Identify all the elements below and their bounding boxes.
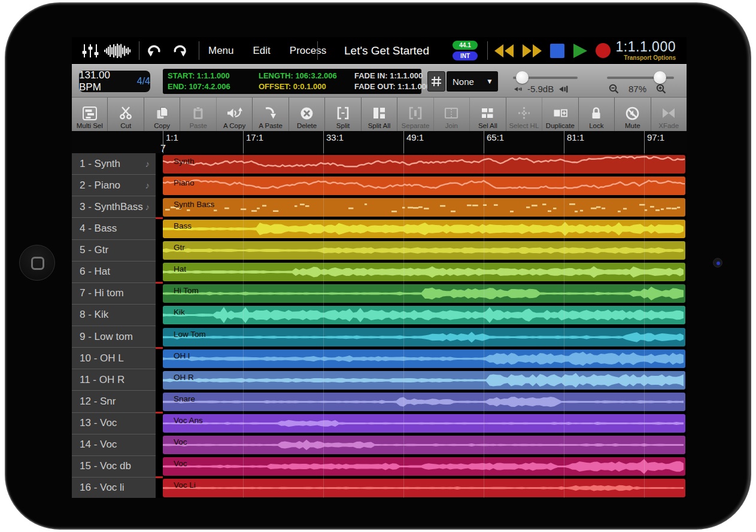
audio-region[interactable]: OH R [163, 371, 685, 390]
paste-button[interactable]: Paste [180, 98, 216, 131]
region-gain-slider-thumb[interactable] [516, 71, 529, 84]
toolbar-button-label: Sel All [478, 122, 497, 129]
stop-button[interactable] [549, 43, 565, 59]
copy-button[interactable]: Copy [144, 98, 180, 131]
track-lane: Synth [163, 153, 687, 175]
info-field-offset: OFFSET: 0:0.1.000 [259, 81, 354, 92]
audio-region[interactable]: Bass [163, 220, 685, 238]
play-button[interactable] [572, 42, 588, 59]
midi-note-icon: ♪ [145, 202, 150, 212]
time-display[interactable]: 1:1.1.000 [616, 39, 676, 54]
audio-region[interactable]: Synth Bass [163, 198, 685, 217]
track-row[interactable]: 8 - Kik [72, 305, 156, 326]
audio-region[interactable]: Low Tom [163, 328, 685, 346]
track-name: 12 - Snr [80, 396, 116, 408]
transport-options-button[interactable]: Transport Options [616, 54, 676, 62]
track-row[interactable]: 9 - Low tom [72, 326, 156, 348]
audio-region[interactable]: Voc Li [163, 479, 685, 497]
split-all-button[interactable]: Split All [362, 98, 397, 131]
duplicate-icon [552, 104, 568, 122]
track-list: 1 - Synth♪2 - Piano♪3 - SynthBass♪4 - Ba… [72, 153, 156, 498]
track-row[interactable]: 12 - Snr [72, 391, 156, 412]
menu-item-menu[interactable]: Menu [208, 45, 234, 57]
track-row[interactable]: 10 - OH L [72, 348, 156, 369]
split-button[interactable]: Split [325, 98, 361, 131]
audio-region[interactable]: Synth [163, 155, 685, 174]
fast-forward-button[interactable] [521, 43, 543, 59]
track-row[interactable]: 7 - Hi tom [72, 283, 156, 305]
audio-region[interactable]: Voc [163, 457, 685, 476]
duplicate-button[interactable]: Duplicate [542, 98, 578, 131]
grid-value-dropdown[interactable]: None ▼ [447, 71, 498, 92]
delete-button[interactable]: Delete [289, 98, 325, 131]
lock-button[interactable]: Lock [579, 98, 615, 131]
track-row[interactable]: 1 - Synth♪ [72, 153, 156, 175]
xfade-button[interactable]: XFade [651, 98, 687, 131]
audio-region[interactable]: Snare [163, 393, 685, 411]
select-hl-button[interactable]: Select HL [506, 98, 542, 131]
split-icon [335, 104, 351, 122]
track-row[interactable]: 5 - Gtr [72, 240, 156, 262]
region-gain-slider[interactable] [513, 77, 578, 79]
toolbar-button-label: Multi Sel [77, 122, 103, 129]
ipad-device: MenuEditProcess Let's Get Started 44.1 I… [5, 2, 751, 530]
zoom-slider[interactable] [607, 77, 674, 79]
track-row[interactable]: 14 - Voc [72, 434, 156, 456]
track-row[interactable]: 15 - Voc db [72, 456, 156, 478]
region-waveform [163, 241, 685, 260]
track-row[interactable]: 16 - Voc li [72, 478, 156, 498]
audio-region[interactable]: Kik [163, 306, 685, 324]
ruler-label: 33:1 [326, 132, 344, 142]
zoom-slider-thumb[interactable] [654, 71, 666, 84]
record-marker-tick [156, 476, 163, 478]
gain-min-icon [514, 85, 523, 93]
cut-button[interactable]: Cut [108, 98, 144, 131]
redo-button[interactable] [172, 37, 188, 64]
zoom-in-icon[interactable] [656, 84, 666, 94]
multi-sel-button[interactable]: Multi Sel [72, 98, 108, 131]
audio-region[interactable]: Piano [163, 177, 685, 195]
undo-button[interactable] [146, 37, 162, 64]
track-row[interactable]: 2 - Piano♪ [72, 175, 156, 196]
separate-button[interactable]: Separate [397, 98, 433, 131]
audio-region[interactable]: Hat [163, 263, 685, 281]
mute-button[interactable]: Mute [615, 98, 651, 131]
audio-region[interactable]: Voc Ans [163, 414, 685, 433]
time-signature-value: 4/4 [137, 76, 150, 87]
ruler-tick [403, 131, 404, 153]
track-name: 14 - Voc [80, 439, 117, 451]
waveform-logo-icon [104, 42, 132, 60]
menu-item-edit[interactable]: Edit [253, 45, 271, 57]
grid-snap-button[interactable] [427, 71, 445, 92]
track-row[interactable]: 3 - SynthBass♪ [72, 196, 156, 218]
editor-view-button[interactable] [104, 37, 132, 64]
track-name: 3 - SynthBass [80, 201, 143, 213]
menu-group: MenuEditProcess [208, 37, 326, 64]
track-name: 16 - Voc li [80, 482, 125, 494]
record-button[interactable] [595, 42, 611, 59]
grid-selected-value: None [447, 77, 486, 87]
rewind-button[interactable] [493, 43, 515, 59]
a-copy-button[interactable]: A Copy [217, 98, 253, 131]
track-row[interactable]: 6 - Hat [72, 262, 156, 283]
track-row[interactable]: 13 - Voc [72, 413, 156, 434]
join-button[interactable]: Join [434, 98, 470, 131]
mixer-view-button[interactable] [81, 37, 99, 64]
audio-region[interactable]: Gtr [163, 241, 685, 260]
menu-item-process[interactable]: Process [290, 45, 326, 57]
redo-icon [172, 42, 188, 60]
home-button[interactable] [19, 245, 55, 281]
a-paste-button[interactable]: A Paste [253, 98, 289, 131]
audio-region[interactable]: OH l [163, 349, 685, 368]
audio-region[interactable]: Voc [163, 436, 685, 454]
timeline-ruler[interactable]: 7 1:117:133:149:165:181:197:1 [72, 131, 687, 153]
track-row[interactable]: 11 - OH R [72, 369, 156, 391]
bpm-button[interactable]: 131.00 BPM 4/4 [79, 71, 150, 92]
edit-toolbar: Multi SelCutCopyPasteA CopyA PasteDelete… [72, 97, 687, 131]
track-lanes: SynthPianoSynth BassBassGtrHatHi TomKikL… [163, 153, 687, 498]
zoom-out-icon[interactable] [609, 84, 619, 94]
sel-all-button[interactable]: Sel All [470, 98, 506, 131]
midi-note-icon: ♪ [145, 180, 150, 190]
track-row[interactable]: 4 - Bass [72, 218, 156, 239]
audio-region[interactable]: Hi Tom [163, 284, 685, 303]
